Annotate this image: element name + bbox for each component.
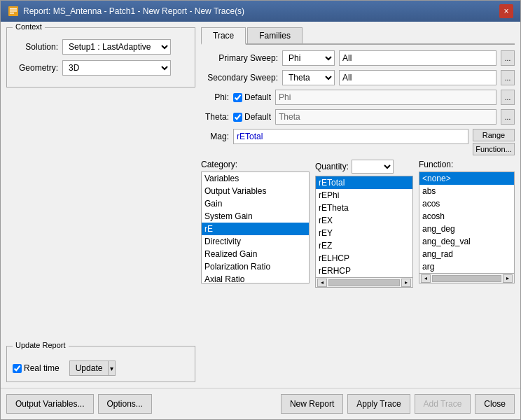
secondary-sweep-more-btn[interactable]: ...	[501, 70, 515, 85]
mag-label: Mag:	[201, 132, 229, 141]
quantity-list-scroll[interactable]: rETotalrEPhirEThetarEXrEYrEZrELHCPrERHCP…	[316, 176, 412, 277]
mag-row: Mag: Range Function...	[201, 129, 515, 155]
theta-label: Theta:	[201, 112, 229, 122]
quantity-list-item[interactable]: rERHCP	[316, 265, 412, 277]
solution-row: Solution: Setup1 : LastAdaptive	[13, 39, 189, 55]
close-window-button[interactable]: ×	[499, 4, 513, 18]
phi-checkbox[interactable]	[233, 93, 242, 102]
quantity-list-item[interactable]: rEPhi	[316, 189, 412, 202]
update-report-group: Update Report Real time Update ▾	[6, 346, 195, 382]
category-list-item[interactable]: Variables	[202, 172, 309, 185]
scroll-thumb[interactable]	[328, 279, 400, 286]
function-list-item[interactable]: ang_deg	[419, 223, 514, 235]
fn-scroll-right-arrow[interactable]: ▸	[503, 274, 513, 283]
scroll-right-arrow[interactable]: ▸	[401, 279, 411, 287]
geometry-label: Geometry:	[13, 63, 58, 73]
function-list-item[interactable]: ang_rad	[419, 248, 514, 260]
bottom-right-buttons: New Report Apply Trace Add Trace Close	[281, 394, 515, 414]
update-button[interactable]: Update	[69, 360, 109, 376]
category-list-item[interactable]: Output Variables	[202, 185, 309, 197]
right-panel: Trace Families Primary Sweep: Phi ... Se…	[201, 27, 515, 382]
theta-checkbox-label: Default	[233, 112, 271, 122]
function-list-scroll[interactable]: <none>absacosacoshang_degang_deg_valang_…	[419, 172, 514, 273]
primary-sweep-label: Primary Sweep:	[201, 53, 278, 63]
lists-row: Category: VariablesOutput VariablesGainS…	[201, 160, 515, 382]
quantity-scrollbar-x: ◂ ▸	[316, 277, 412, 287]
solution-select[interactable]: Setup1 : LastAdaptive	[62, 39, 171, 55]
quantity-type-select[interactable]	[352, 160, 394, 174]
quantity-list-item[interactable]: rEZ	[316, 239, 412, 252]
function-list-item[interactable]: abs	[419, 185, 514, 197]
category-label: Category:	[201, 160, 310, 169]
quantity-list-item[interactable]: rETotal	[316, 176, 412, 189]
quantity-list-item[interactable]: rEX	[316, 214, 412, 227]
quantity-list-box: rETotalrEPhirEThetarEXrEYrEZrELHCPrERHCP…	[315, 176, 413, 288]
options-button[interactable]: Options...	[98, 394, 152, 414]
category-list-item[interactable]: rE	[202, 223, 309, 235]
app-icon	[8, 6, 19, 17]
title-bar-left: Report: MS_Antenna - Patch1 - New Report…	[8, 6, 244, 17]
category-list-item[interactable]: Axial Ratio	[202, 273, 309, 283]
scroll-left-arrow[interactable]: ◂	[317, 279, 327, 287]
phi-input[interactable]	[275, 90, 496, 105]
trace-tab[interactable]: Trace	[201, 27, 246, 45]
primary-sweep-select[interactable]: Phi	[282, 50, 335, 66]
function-list-item[interactable]: acosh	[419, 210, 514, 223]
main-window: Report: MS_Antenna - Patch1 - New Report…	[0, 0, 521, 420]
theta-more-btn[interactable]: ...	[501, 109, 515, 125]
function-list-item[interactable]: <none>	[419, 172, 514, 185]
theta-input[interactable]	[275, 109, 496, 125]
theta-checkbox[interactable]	[233, 113, 242, 122]
primary-sweep-more-btn[interactable]: ...	[501, 50, 515, 66]
secondary-sweep-input[interactable]	[339, 70, 496, 85]
category-list-item[interactable]: Realized Gain	[202, 248, 309, 260]
realtime-checkbox[interactable]	[13, 364, 22, 373]
left-panel: Context Solution: Setup1 : LastAdaptive …	[6, 27, 195, 382]
phi-row: Phi: Default ...	[201, 90, 515, 105]
category-list-item[interactable]: Gain	[202, 197, 309, 210]
phi-checkbox-label: Default	[233, 92, 271, 102]
function-list-item[interactable]: ang_deg_val	[419, 235, 514, 248]
theta-row: Theta: Default ...	[201, 109, 515, 125]
mag-input[interactable]	[233, 129, 468, 144]
primary-sweep-input[interactable]	[339, 50, 496, 66]
new-report-button[interactable]: New Report	[281, 394, 343, 414]
bottom-left-buttons: Output Variables... Options...	[6, 394, 152, 414]
geometry-select[interactable]: 3D	[62, 60, 171, 76]
families-tab[interactable]: Families	[247, 27, 303, 43]
main-content: Context Solution: Setup1 : LastAdaptive …	[1, 22, 520, 388]
realtime-checkbox-label: Real time	[13, 363, 60, 373]
mag-buttons: Range Function...	[473, 129, 515, 155]
fn-scroll-thumb[interactable]	[432, 275, 501, 282]
realtime-label: Real time	[24, 363, 60, 373]
quantity-list-item[interactable]: rETheta	[316, 202, 412, 214]
update-row: Real time Update ▾	[13, 358, 189, 376]
primary-sweep-row: Primary Sweep: Phi ...	[201, 50, 515, 66]
fn-scroll-left-arrow[interactable]: ◂	[421, 274, 431, 283]
secondary-sweep-select[interactable]: Theta	[282, 70, 335, 85]
category-list-item[interactable]: System Gain	[202, 210, 309, 223]
function-list-item[interactable]: acos	[419, 197, 514, 210]
context-group-title: Context	[13, 22, 45, 31]
quantity-list-item[interactable]: rEY	[316, 227, 412, 239]
update-dropdown-arrow[interactable]: ▾	[108, 360, 116, 376]
function-list-item[interactable]: arg	[419, 260, 514, 273]
phi-more-btn[interactable]: ...	[501, 90, 515, 105]
quantity-list-item[interactable]: rELHCP	[316, 252, 412, 265]
trace-content: Primary Sweep: Phi ... Secondary Sweep: …	[201, 50, 515, 382]
function-col-label: Function:	[419, 160, 515, 169]
output-variables-button[interactable]: Output Variables...	[6, 394, 94, 414]
apply-trace-button[interactable]: Apply Trace	[347, 394, 410, 414]
range-button[interactable]: Range	[473, 129, 515, 141]
function-list-box: <none>absacosacoshang_degang_deg_valang_…	[419, 172, 515, 284]
context-group: Context Solution: Setup1 : LastAdaptive …	[6, 27, 195, 88]
category-list-scroll[interactable]: VariablesOutput VariablesGainSystem Gain…	[202, 172, 309, 283]
update-report-title: Update Report	[13, 341, 69, 349]
geometry-row: Geometry: 3D	[13, 60, 189, 76]
category-list-box: VariablesOutput VariablesGainSystem Gain…	[201, 172, 310, 284]
category-list-item[interactable]: Polarization Ratio	[202, 260, 309, 273]
function-button[interactable]: Function...	[473, 143, 515, 155]
add-trace-button[interactable]: Add Trace	[415, 394, 471, 414]
close-button[interactable]: Close	[475, 394, 515, 414]
category-list-item[interactable]: Directivity	[202, 235, 309, 248]
